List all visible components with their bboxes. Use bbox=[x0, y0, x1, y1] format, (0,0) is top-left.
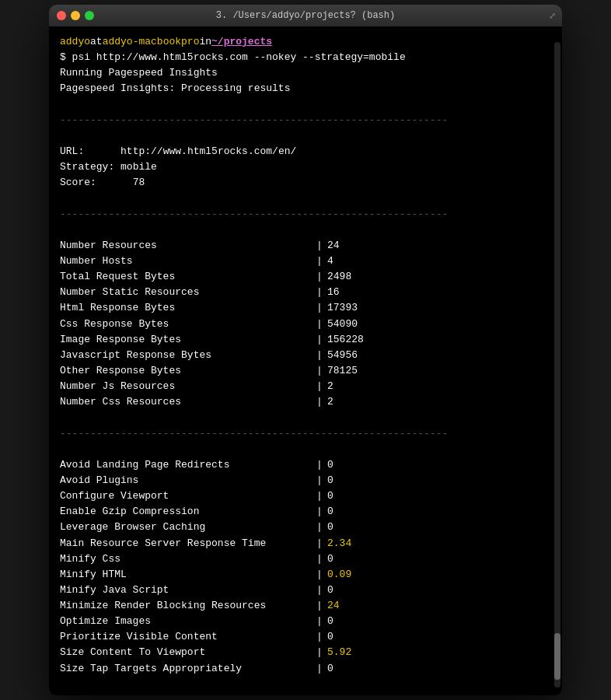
rule-value: 0 bbox=[327, 661, 333, 677]
rule-label: Leverage Browser Caching bbox=[60, 520, 316, 535]
prompt-in: in bbox=[199, 34, 211, 50]
rule-row: Prioritize Visible Content| 0 bbox=[60, 629, 551, 645]
window-title: 3. /Users/addyo/projects? (bash) bbox=[216, 10, 395, 21]
dollar-sign: $ bbox=[60, 51, 72, 63]
rule-label: Avoid Landing Page Redirects bbox=[60, 457, 316, 473]
strategy-line: Strategy: mobile bbox=[60, 159, 551, 175]
strategy-value: mobile bbox=[120, 161, 157, 173]
stat-label: Other Response Bytes bbox=[60, 363, 316, 379]
resize-icon: ⤢ bbox=[549, 11, 556, 21]
rule-row: Avoid Plugins| 0 bbox=[60, 473, 551, 488]
stat-row: Number Css Resources| 2 bbox=[60, 394, 551, 410]
rule-pipe: | bbox=[316, 661, 327, 677]
stat-value: 17393 bbox=[327, 300, 358, 316]
rule-row: Optimize Images| 0 bbox=[60, 614, 551, 629]
rule-label: Configure Viewport bbox=[60, 488, 316, 504]
rule-value: 0 bbox=[327, 629, 333, 645]
rule-value: 0 bbox=[327, 614, 333, 629]
rule-row: Avoid Landing Page Redirects| 0 bbox=[60, 457, 551, 473]
close-button[interactable] bbox=[57, 11, 66, 20]
rule-label: Minimize Render Blocking Resources bbox=[60, 598, 316, 614]
score-number: 78 bbox=[133, 177, 145, 188]
rule-label: Minify Css bbox=[60, 551, 316, 567]
command-text: psi http://www.html5rocks.com --nokey --… bbox=[72, 51, 406, 63]
url-spacing bbox=[90, 145, 114, 157]
rule-value: 0 bbox=[327, 473, 333, 488]
scrollbar-thumb[interactable] bbox=[554, 633, 560, 680]
stat-pipe: | bbox=[316, 394, 327, 410]
stat-value: 54090 bbox=[327, 317, 358, 332]
rule-pipe: | bbox=[316, 520, 327, 535]
stats-container: Number Resources| 24Number Hosts| 4Total… bbox=[60, 238, 551, 411]
stat-pipe: | bbox=[316, 379, 327, 394]
rule-value: 24 bbox=[327, 598, 340, 614]
traffic-lights bbox=[57, 11, 94, 20]
stat-label: Number Hosts bbox=[60, 254, 316, 269]
score-value bbox=[103, 177, 127, 188]
stat-value: 156228 bbox=[327, 332, 364, 348]
stat-label: Number Css Resources bbox=[60, 394, 316, 410]
url-value: http://www.html5rocks.com/en/ bbox=[120, 145, 296, 157]
strategy-label: Strategy: bbox=[60, 159, 114, 175]
terminal-window: 3. /Users/addyo/projects? (bash) ⤢ addyo… bbox=[49, 5, 562, 695]
rule-row: Leverage Browser Caching| 0 bbox=[60, 520, 551, 535]
rule-pipe: | bbox=[316, 598, 327, 614]
rule-row: Size Content To Viewport| 5.92 bbox=[60, 645, 551, 660]
rule-pipe: | bbox=[316, 645, 327, 660]
stat-row: Number Static Resources| 16 bbox=[60, 285, 551, 300]
stat-pipe: | bbox=[316, 254, 327, 269]
terminal-body: addyo at addyo-macbookpro in ~/projects … bbox=[49, 26, 562, 695]
rule-row: Main Resource Server Response Time| 2.34 bbox=[60, 536, 551, 551]
stat-value: 16 bbox=[327, 285, 340, 300]
stat-pipe: | bbox=[316, 300, 327, 316]
scrollbar[interactable] bbox=[554, 42, 560, 688]
rule-row: Minify Java Script| 0 bbox=[60, 583, 551, 598]
rule-label: Optimize Images bbox=[60, 614, 316, 629]
stat-row: Css Response Bytes| 54090 bbox=[60, 317, 551, 332]
divider-1: ----------------------------------------… bbox=[60, 113, 551, 128]
stat-pipe: | bbox=[316, 363, 327, 379]
rules-container: Avoid Landing Page Redirects| 0Avoid Plu… bbox=[60, 457, 551, 677]
rule-row: Minify HTML| 0.09 bbox=[60, 567, 551, 583]
rule-pipe: | bbox=[316, 629, 327, 645]
stat-value: 2498 bbox=[327, 269, 351, 285]
maximize-button[interactable] bbox=[85, 11, 94, 20]
rule-pipe: | bbox=[316, 583, 327, 598]
divider-3: ----------------------------------------… bbox=[60, 426, 551, 442]
stat-pipe: | bbox=[316, 332, 327, 348]
output-line-1: Running Pagespeed Insights bbox=[60, 65, 551, 81]
stat-label: Image Response Bytes bbox=[60, 332, 316, 348]
rule-pipe: | bbox=[316, 473, 327, 488]
rule-value: 0 bbox=[327, 457, 333, 473]
stat-label: Javascript Response Bytes bbox=[60, 348, 316, 363]
rule-pipe: | bbox=[316, 488, 327, 504]
minimize-button[interactable] bbox=[71, 11, 80, 20]
stat-row: Html Response Bytes| 17393 bbox=[60, 300, 551, 316]
stat-pipe: | bbox=[316, 238, 327, 254]
stat-label: Number Resources bbox=[60, 238, 316, 254]
rule-value: 5.92 bbox=[327, 645, 351, 660]
stat-value: 24 bbox=[327, 238, 340, 254]
rule-value: 0 bbox=[327, 551, 333, 567]
prompt-host: addyo-macbookpro bbox=[103, 34, 200, 50]
rule-label: Size Tap Targets Appropriately bbox=[60, 661, 316, 677]
stat-pipe: | bbox=[316, 317, 327, 332]
stat-row: Number Hosts| 4 bbox=[60, 254, 551, 269]
stat-row: Total Request Bytes| 2498 bbox=[60, 269, 551, 285]
titlebar: 3. /Users/addyo/projects? (bash) ⤢ bbox=[49, 5, 562, 26]
url-label: URL: bbox=[60, 144, 84, 159]
stat-label: Html Response Bytes bbox=[60, 300, 316, 316]
rule-label: Enable Gzip Compression bbox=[60, 504, 316, 520]
stat-label: Css Response Bytes bbox=[60, 317, 316, 332]
rule-pipe: | bbox=[316, 536, 327, 551]
stat-value: 78125 bbox=[327, 363, 358, 379]
output-line-2: Pagespeed Insights: Processing results bbox=[60, 81, 551, 96]
rule-pipe: | bbox=[316, 457, 327, 473]
stat-row: Image Response Bytes| 156228 bbox=[60, 332, 551, 348]
rule-pipe: | bbox=[316, 567, 327, 583]
command-line: $ psi http://www.html5rocks.com --nokey … bbox=[60, 50, 551, 65]
url-line: URL: http://www.html5rocks.com/en/ bbox=[60, 144, 551, 159]
stat-value: 54956 bbox=[327, 348, 358, 363]
rule-row: Enable Gzip Compression| 0 bbox=[60, 504, 551, 520]
stat-value: 2 bbox=[327, 379, 333, 394]
